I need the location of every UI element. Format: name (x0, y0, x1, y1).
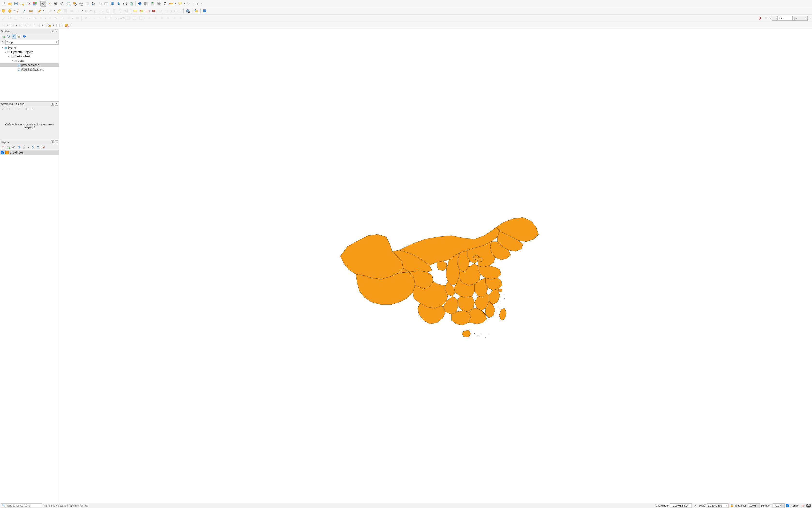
layers-header[interactable]: Layers ◧ ✕ (0, 140, 59, 144)
attribute-table-button[interactable] (143, 1, 149, 6)
metasearch-button[interactable] (185, 8, 191, 14)
expand-all-icon[interactable] (31, 145, 35, 150)
dropdown-arrow-icon[interactable]: ▾ (52, 24, 54, 27)
snap-unit-combo[interactable]: px (793, 16, 808, 20)
dig-btn-27[interactable] (178, 15, 184, 21)
redo-button[interactable] (124, 8, 130, 14)
zoom-in-button[interactable] (53, 1, 59, 6)
sel-btn-5[interactable] (35, 23, 41, 28)
select-features-button[interactable] (46, 23, 52, 28)
dig-btn-15[interactable] (96, 15, 101, 21)
dropdown-arrow-icon[interactable]: ▾ (45, 17, 46, 19)
locator[interactable]: 🔍 (1, 503, 42, 508)
move-feature-button[interactable] (84, 8, 90, 14)
dropdown-arrow-icon[interactable]: ▾ (201, 2, 203, 5)
adv-dig-header[interactable]: Advanced Digitizing ◧ ✕ (0, 102, 59, 106)
filter-options-icon[interactable] (1, 40, 4, 44)
layers-tree[interactable]: provinces (0, 150, 59, 503)
new-map-view-button[interactable] (103, 1, 109, 6)
dropdown-arrow-icon[interactable]: ▾ (24, 24, 26, 27)
undo-button[interactable] (117, 8, 124, 14)
map-canvas[interactable] (59, 29, 812, 503)
dig-btn-16[interactable] (102, 15, 108, 21)
dig-btn-12[interactable] (75, 15, 80, 21)
new-print-layout-button[interactable]: + (19, 1, 25, 6)
deselect-all-button[interactable] (64, 23, 69, 28)
add-layer-icon[interactable] (1, 34, 5, 39)
current-edits-button[interactable] (47, 8, 53, 14)
scale-combo[interactable]: 1:21072860 (707, 503, 728, 508)
show-label-button[interactable] (157, 8, 163, 14)
open-project-button[interactable] (7, 1, 12, 6)
dropdown-arrow-icon[interactable]: ▾ (72, 17, 74, 19)
zoom-to-layer-button[interactable] (78, 1, 84, 6)
layer-visibility-checkbox[interactable] (1, 151, 4, 154)
dig-btn-19[interactable] (125, 15, 131, 21)
zoom-next-button[interactable] (97, 1, 103, 6)
tree-neimenggu-shp[interactable]: 内蒙古自治区.shp (0, 67, 59, 72)
snapping-button[interactable] (757, 15, 763, 21)
collapse-all-icon[interactable] (17, 34, 21, 39)
dropdown-arrow-icon[interactable]: ▾ (192, 2, 194, 5)
panel-float-icon[interactable]: ◧ (51, 30, 54, 33)
toggle-extents-icon[interactable] (693, 504, 697, 508)
cut-button[interactable] (99, 8, 104, 14)
cad-tool-icon[interactable] (31, 107, 35, 111)
cad-tool-icon[interactable] (1, 107, 5, 111)
delete-selected-button[interactable] (92, 8, 98, 14)
toggle-editing-button[interactable] (37, 8, 42, 14)
messages-button[interactable]: 💬 (806, 504, 811, 508)
text-annotation-button[interactable]: T (195, 1, 200, 6)
measure-button[interactable] (169, 1, 174, 6)
save-edits-button[interactable] (62, 8, 68, 14)
add-feature-button[interactable] (69, 8, 75, 14)
dig-btn-3[interactable] (13, 15, 19, 21)
dig-btn-6[interactable] (32, 15, 38, 21)
select-by-value-button[interactable] (55, 23, 61, 28)
dig-btn-11[interactable] (66, 15, 71, 21)
dropdown-arrow-icon[interactable]: ▾ (183, 2, 185, 5)
pan-map-button[interactable] (40, 1, 46, 6)
save-project-button[interactable] (13, 1, 19, 6)
collapse-all-icon[interactable] (36, 145, 40, 150)
tree-provinces-shp[interactable]: provinces.shp (0, 63, 59, 67)
tree-home[interactable]: ▾ Home (0, 45, 59, 50)
dropdown-arrow-icon[interactable]: ▾ (33, 24, 35, 27)
trace-button[interactable] (7, 15, 12, 21)
panel-close-icon[interactable]: ✕ (55, 30, 58, 33)
snap-tolerance-input[interactable] (778, 16, 793, 20)
cad-tool-icon[interactable] (25, 107, 30, 111)
new-virtual-layer-button[interactable] (28, 8, 34, 14)
browser-panel-header[interactable]: Browser ◧ ✕ (0, 29, 59, 33)
dig-btn-5[interactable] (26, 15, 32, 21)
dropdown-arrow-icon[interactable]: ▾ (43, 10, 45, 12)
move-label-button[interactable] (164, 8, 170, 14)
help-button[interactable]: ? (202, 8, 207, 14)
dig-btn-14[interactable] (89, 15, 95, 21)
crs-status-icon[interactable]: ⊘ (801, 504, 805, 508)
layer-provinces[interactable]: provinces (0, 150, 59, 155)
zoom-native-button[interactable] (85, 1, 90, 6)
remove-layer-icon[interactable] (41, 145, 46, 150)
dropdown-arrow-icon[interactable]: ▾ (15, 24, 17, 27)
tree-cartopy[interactable]: ▾ CartopyTest (0, 54, 59, 58)
new-geopackage-button[interactable] (7, 8, 12, 14)
new-project-button[interactable] (0, 1, 6, 6)
refresh-browser-icon[interactable] (6, 34, 11, 39)
processing-toolbox-button[interactable] (156, 1, 161, 6)
snapping-mode-button[interactable] (763, 15, 769, 21)
highlight-label-button[interactable]: abc (145, 8, 151, 14)
cad-tool-icon[interactable] (17, 107, 21, 111)
dig-btn-8[interactable] (47, 15, 53, 21)
dropdown-arrow-icon[interactable]: ▾ (81, 10, 83, 12)
pan-to-selection-button[interactable] (47, 1, 52, 6)
sel-btn-4[interactable] (27, 23, 33, 28)
dig-btn-4[interactable] (19, 15, 25, 21)
browser-filter-input[interactable] (5, 40, 58, 45)
paste-button[interactable] (111, 8, 117, 14)
diagram-tool-button[interactable] (139, 8, 144, 14)
map-tips-button[interactable] (177, 1, 183, 6)
dig-btn-25[interactable] (165, 15, 171, 21)
new-shapefile-button[interactable] (15, 8, 21, 14)
sel-btn-1[interactable] (0, 23, 6, 28)
